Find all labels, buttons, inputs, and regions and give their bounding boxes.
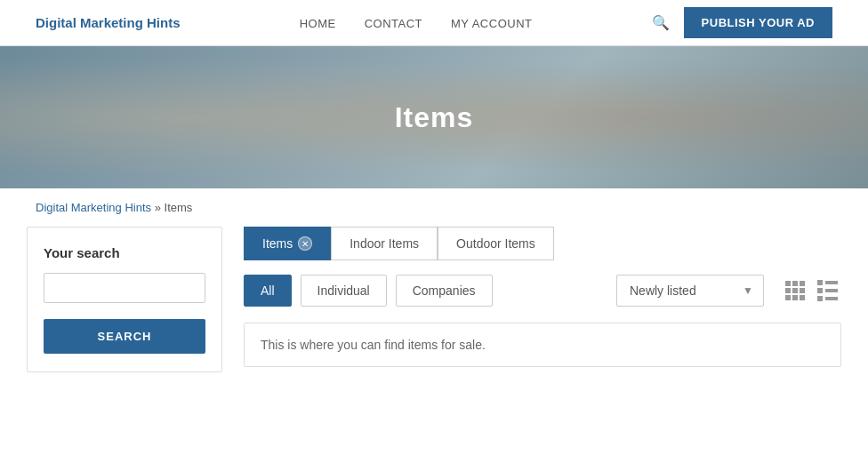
tab-items-close[interactable]: ✕ — [298, 236, 312, 251]
breadcrumb-home-link[interactable]: Digital Marketing Hints — [36, 201, 151, 214]
tab-indoor-items-label: Indoor Items — [350, 236, 419, 251]
tabs-row: Items ✕ Indoor Items Outdoor Items — [244, 227, 841, 260]
sidebar-card: Your search 🔍 SEARCH — [27, 227, 222, 372]
sort-select-wrap: Newly listed Price: Low to High Price: H… — [616, 275, 764, 307]
items-description: This is where you can find items for sal… — [244, 323, 841, 367]
hero-title: Items — [395, 101, 474, 134]
sidebar: Your search 🔍 SEARCH — [27, 227, 222, 372]
tab-items-label: Items — [262, 236, 293, 251]
nav-home-link[interactable]: HOME — [300, 17, 336, 30]
items-description-text: This is where you can find items for sal… — [261, 338, 486, 352]
tab-indoor-items[interactable]: Indoor Items — [331, 227, 438, 260]
tab-outdoor-items[interactable]: Outdoor Items — [438, 227, 554, 260]
list-view-icon — [817, 280, 838, 301]
tab-items[interactable]: Items ✕ — [244, 227, 331, 260]
sidebar-search-input-wrap: 🔍 — [44, 273, 205, 303]
sidebar-search-input[interactable] — [44, 275, 205, 302]
sidebar-search-button[interactable]: SEARCH — [44, 319, 205, 354]
filter-individual-button[interactable]: Individual — [301, 275, 387, 307]
nav-right: 🔍 PUBLISH YOUR AD — [652, 7, 832, 38]
content-area: Items ✕ Indoor Items Outdoor Items All I… — [244, 227, 841, 372]
list-view-button[interactable] — [814, 276, 841, 305]
filter-all-button[interactable]: All — [244, 275, 292, 307]
breadcrumb-current: Items — [165, 201, 193, 214]
breadcrumb-separator: » — [151, 201, 164, 214]
navigation: Digital Marketing Hints HOME CONTACT MY … — [0, 0, 868, 46]
nav-logo: Digital Marketing Hints — [36, 15, 181, 30]
breadcrumb: Digital Marketing Hints » Items — [0, 188, 868, 227]
tab-outdoor-items-label: Outdoor Items — [456, 236, 535, 251]
filter-row: All Individual Companies Newly listed Pr… — [244, 275, 841, 307]
grid-view-icon — [785, 281, 805, 300]
nav-myaccount-link[interactable]: MY ACCOUNT — [451, 17, 532, 30]
filter-companies-button[interactable]: Companies — [396, 275, 493, 307]
sidebar-search-title: Your search — [44, 245, 205, 260]
view-toggle — [782, 276, 841, 305]
nav-search-button[interactable]: 🔍 — [652, 14, 670, 31]
hero-section: Items — [0, 46, 868, 188]
nav-contact-link[interactable]: CONTACT — [365, 17, 422, 30]
main-layout: Your search 🔍 SEARCH Items ✕ Indoor Item… — [0, 227, 868, 408]
grid-view-button[interactable] — [782, 276, 808, 305]
publish-ad-button[interactable]: PUBLISH YOUR AD — [684, 7, 832, 38]
nav-links: HOME CONTACT MY ACCOUNT — [300, 16, 533, 30]
sort-select[interactable]: Newly listed Price: Low to High Price: H… — [616, 275, 764, 307]
